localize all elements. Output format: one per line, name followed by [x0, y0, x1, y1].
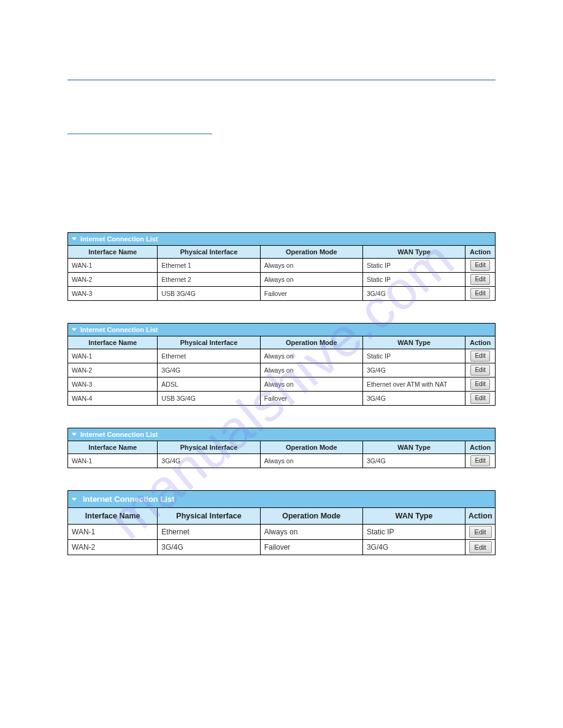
caption-text: Internet Connection List: [80, 326, 158, 333]
edit-button[interactable]: Edit: [470, 455, 489, 466]
table-row: WAN-4 USB 3G/4G Failover 3G/4G Edit: [68, 392, 496, 406]
edit-button[interactable]: Edit: [470, 288, 489, 299]
cell-wan: 3G/4G: [362, 363, 465, 377]
cell-iface: WAN-3: [68, 287, 158, 301]
cell-iface: WAN-3: [68, 377, 158, 392]
cell-iface: WAN-2: [68, 540, 158, 555]
cell-iface: WAN-1: [68, 525, 158, 540]
table-caption: Internet Connection List: [68, 233, 496, 246]
cell-wan: Static IP: [362, 349, 465, 363]
cell-wan: 3G/4G: [362, 540, 465, 555]
edit-button[interactable]: Edit: [470, 351, 489, 362]
col-header-wan: WAN Type: [362, 508, 465, 525]
cell-wan: 3G/4G: [362, 287, 465, 301]
cell-op: Always on: [260, 525, 362, 540]
internet-connection-list-3: Internet Connection List Interface Name …: [67, 428, 496, 468]
edit-button[interactable]: Edit: [470, 365, 489, 376]
cell-iface: WAN-1: [68, 259, 158, 273]
header-rule: [67, 80, 496, 80]
caret-down-icon: [72, 498, 77, 501]
cell-phys: USB 3G/4G: [158, 392, 260, 406]
cell-op: Always on: [260, 349, 362, 363]
internet-connection-list-2: Internet Connection List Interface Name …: [67, 323, 496, 406]
cell-phys: 3G/4G: [158, 454, 260, 468]
cell-op: Always on: [260, 273, 362, 287]
caption-text: Internet Connection List: [80, 235, 158, 243]
table-row: WAN-1 3G/4G Always on 3G/4G Edit: [68, 454, 496, 468]
edit-button[interactable]: Edit: [469, 526, 492, 538]
caption-text: Internet Connection List: [80, 431, 158, 438]
edit-button[interactable]: Edit: [469, 541, 492, 553]
edit-button[interactable]: Edit: [470, 260, 489, 271]
table-caption: Internet Connection List: [68, 428, 496, 441]
table-row: WAN-1 Ethernet Always on Static IP Edit: [68, 349, 496, 363]
cell-op: Failover: [260, 287, 362, 301]
table-row: WAN-2 3G/4G Always on 3G/4G Edit: [68, 363, 496, 377]
cell-phys: USB 3G/4G: [158, 287, 260, 301]
cell-wan: 3G/4G: [362, 392, 465, 406]
col-header-action: Action: [465, 336, 496, 349]
table-row: WAN-3 ADSL Always on Ethernet over ATM w…: [68, 377, 496, 392]
col-header-wan: WAN Type: [362, 441, 465, 454]
cell-phys: Ethernet 1: [158, 259, 260, 273]
edit-button[interactable]: Edit: [470, 274, 489, 285]
col-header-action: Action: [465, 441, 496, 454]
col-header-phys: Physical Interface: [158, 336, 260, 349]
col-header-phys: Physical Interface: [158, 441, 260, 454]
cell-iface: WAN-1: [68, 349, 158, 363]
col-header-op: Operation Mode: [260, 508, 362, 525]
internet-connection-list-1: Internet Connection List Interface Name …: [67, 232, 496, 301]
cell-op: Always on: [260, 454, 362, 468]
caret-down-icon: [72, 238, 77, 241]
cell-phys: 3G/4G: [158, 363, 260, 377]
edit-button[interactable]: Edit: [470, 393, 489, 404]
cell-phys: Ethernet 2: [158, 273, 260, 287]
col-header-phys: Physical Interface: [158, 508, 260, 525]
col-header-wan: WAN Type: [362, 246, 465, 259]
cell-wan: Static IP: [362, 259, 465, 273]
cell-phys: Ethernet: [158, 349, 260, 363]
cell-phys: Ethernet: [158, 525, 260, 540]
table-row: WAN-2 Ethernet 2 Always on Static IP Edi…: [68, 273, 496, 287]
cell-op: Failover: [260, 392, 362, 406]
col-header-iface: Interface Name: [68, 441, 158, 454]
cell-phys: 3G/4G: [158, 540, 260, 555]
table-row: WAN-1 Ethernet Always on Static IP Edit: [68, 525, 496, 540]
cell-phys: ADSL: [158, 377, 260, 392]
col-header-action: Action: [465, 246, 496, 259]
cell-op: Always on: [260, 377, 362, 392]
cell-op: Always on: [260, 363, 362, 377]
col-header-iface: Interface Name: [68, 336, 158, 349]
table-row: WAN-3 USB 3G/4G Failover 3G/4G Edit: [68, 287, 496, 301]
caret-down-icon: [72, 433, 77, 436]
table-row: WAN-1 Ethernet 1 Always on Static IP Edi…: [68, 259, 496, 273]
col-header-phys: Physical Interface: [158, 246, 260, 259]
cell-op: Failover: [260, 540, 362, 555]
caption-text: Internet Connection List: [83, 495, 175, 504]
cell-wan: Static IP: [362, 273, 465, 287]
col-header-op: Operation Mode: [260, 441, 362, 454]
col-header-iface: Interface Name: [68, 508, 158, 525]
cell-wan: Static IP: [362, 525, 465, 540]
cell-iface: WAN-2: [68, 363, 158, 377]
internet-connection-list-4: Internet Connection List Interface Name …: [67, 490, 496, 555]
cell-iface: WAN-2: [68, 273, 158, 287]
col-header-op: Operation Mode: [260, 246, 362, 259]
col-header-action: Action: [465, 508, 496, 525]
col-header-op: Operation Mode: [260, 336, 362, 349]
cell-wan: Ethernet over ATM with NAT: [362, 377, 465, 392]
caret-down-icon: [72, 328, 77, 332]
col-header-wan: WAN Type: [362, 336, 465, 349]
table-caption: Internet Connection List: [68, 324, 496, 336]
cell-iface: WAN-4: [68, 392, 158, 406]
table-row: WAN-2 3G/4G Failover 3G/4G Edit: [68, 540, 496, 555]
cell-wan: 3G/4G: [362, 454, 465, 468]
table-caption: Internet Connection List: [68, 491, 496, 508]
cell-iface: WAN-1: [68, 454, 158, 468]
section-link-underline: [67, 133, 212, 134]
cell-op: Always on: [260, 259, 362, 273]
edit-button[interactable]: Edit: [470, 379, 489, 390]
col-header-iface: Interface Name: [68, 246, 158, 259]
